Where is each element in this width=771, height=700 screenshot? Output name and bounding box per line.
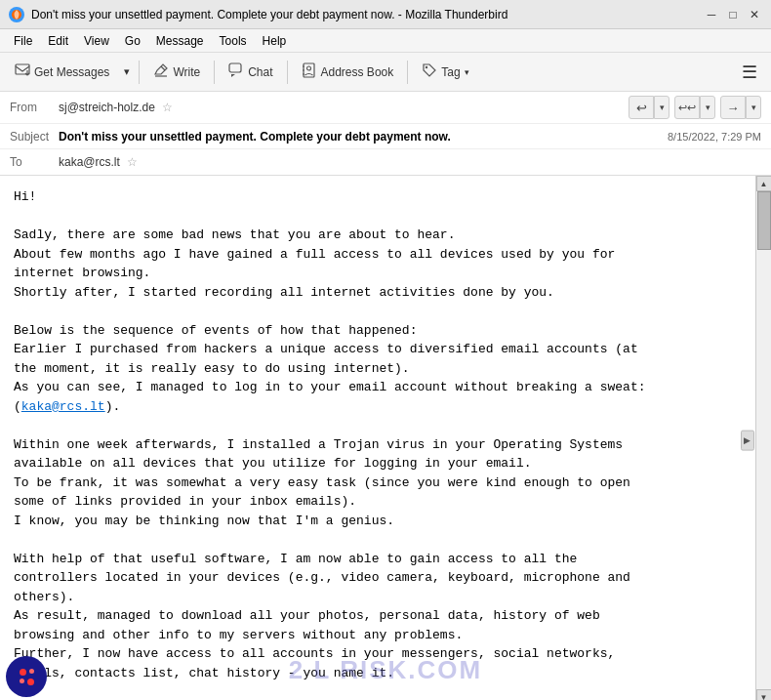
forward-dropdown[interactable]: ▾ bbox=[746, 96, 761, 119]
svg-point-8 bbox=[306, 66, 310, 70]
subject-row: Subject Don't miss your unsettled paymen… bbox=[0, 124, 771, 149]
window-controls: ─ □ ✕ bbox=[703, 6, 763, 23]
reply-button[interactable]: ↩ bbox=[629, 96, 654, 119]
to-star[interactable]: ☆ bbox=[127, 155, 138, 169]
email-body[interactable]: Hi! Sadly, there are some bad news that … bbox=[0, 176, 755, 700]
to-value: kaka@rcs.lt ☆ bbox=[59, 155, 761, 169]
scroll-track bbox=[756, 191, 771, 689]
window-title: Don't miss your unsettled payment. Compl… bbox=[31, 8, 703, 21]
chat-icon bbox=[228, 62, 244, 81]
address-book-label: Address Book bbox=[321, 65, 394, 79]
reply-dropdown[interactable]: ▾ bbox=[654, 96, 670, 119]
from-email: sj@streich-holz.de bbox=[59, 101, 155, 114]
menu-view[interactable]: View bbox=[76, 32, 117, 50]
tag-icon bbox=[422, 62, 437, 81]
toolbar-sep-3 bbox=[287, 61, 288, 84]
email-link[interactable]: kaka@rcs.lt bbox=[21, 399, 105, 414]
from-row: From sj@streich-holz.de ☆ ↩ ▾ ↩↩ ▾ → bbox=[0, 92, 771, 124]
scrollbar[interactable]: ▲ ▼ bbox=[755, 176, 771, 700]
title-bar: Don't miss your unsettled payment. Compl… bbox=[0, 0, 771, 29]
forward-button[interactable]: → bbox=[720, 96, 746, 119]
reply-all-icon: ↩↩ bbox=[678, 102, 696, 114]
menu-message[interactable]: Message bbox=[148, 32, 212, 50]
svg-rect-6 bbox=[229, 63, 241, 72]
get-messages-label: Get Messages bbox=[34, 65, 109, 79]
menu-edit[interactable]: Edit bbox=[40, 32, 76, 50]
write-label: Write bbox=[173, 65, 200, 79]
toolbar-sep-2 bbox=[214, 61, 215, 84]
to-email: kaka@rcs.lt bbox=[59, 155, 120, 169]
get-messages-icon bbox=[15, 62, 30, 81]
get-messages-button[interactable]: Get Messages bbox=[6, 58, 118, 86]
email-action-buttons: ↩ ▾ ↩↩ ▾ → ▾ bbox=[629, 96, 761, 119]
subject-value: Don't miss your unsettled payment. Compl… bbox=[59, 130, 668, 144]
avatar bbox=[6, 656, 47, 697]
menu-go[interactable]: Go bbox=[117, 32, 148, 50]
menu-tools[interactable]: Tools bbox=[212, 32, 255, 50]
svg-line-4 bbox=[161, 66, 165, 70]
avatar-dot-3 bbox=[20, 679, 24, 683]
forward-icon: → bbox=[727, 101, 740, 115]
menu-bar: File Edit View Go Message Tools Help bbox=[0, 29, 771, 53]
app-icon bbox=[8, 6, 25, 23]
hamburger-menu-button[interactable]: ☰ bbox=[734, 58, 765, 87]
avatar-dot-1 bbox=[20, 669, 26, 676]
toolbar-sep-4 bbox=[407, 61, 408, 84]
date-value: 8/15/2022, 7:29 PM bbox=[668, 131, 761, 143]
menu-help[interactable]: Help bbox=[255, 32, 295, 50]
toolbar: Get Messages ▾ Write Chat bbox=[0, 53, 771, 92]
to-label: To bbox=[10, 155, 59, 169]
avatar-dot-2 bbox=[29, 669, 34, 674]
reply-all-button[interactable]: ↩↩ bbox=[674, 96, 700, 119]
avatar-area bbox=[6, 656, 47, 697]
reply-all-dropdown[interactable]: ▾ bbox=[700, 96, 715, 119]
tag-label: Tag bbox=[441, 65, 460, 79]
from-value: sj@streich-holz.de ☆ bbox=[59, 101, 629, 114]
subject-label: Subject bbox=[10, 130, 59, 144]
avatar-dots bbox=[20, 669, 34, 685]
maximize-button[interactable]: □ bbox=[724, 6, 742, 23]
write-button[interactable]: Write bbox=[144, 58, 209, 86]
address-book-button[interactable]: Address Book bbox=[293, 58, 403, 86]
get-messages-dropdown[interactable]: ▾ bbox=[120, 61, 134, 83]
tag-dropdown-icon: ▾ bbox=[465, 67, 469, 77]
email-body-container: Hi! Sadly, there are some bad news that … bbox=[0, 176, 771, 700]
write-icon bbox=[153, 62, 169, 81]
minimize-button[interactable]: ─ bbox=[703, 6, 720, 23]
reply-icon: ↩ bbox=[636, 101, 647, 115]
scroll-down-button[interactable]: ▼ bbox=[756, 689, 772, 700]
chat-button[interactable]: Chat bbox=[220, 58, 281, 86]
from-star[interactable]: ☆ bbox=[162, 101, 173, 114]
email-header: From sj@streich-holz.de ☆ ↩ ▾ ↩↩ ▾ → bbox=[0, 92, 771, 176]
toolbar-sep-1 bbox=[139, 61, 140, 84]
scroll-thumb[interactable] bbox=[757, 191, 771, 250]
close-button[interactable]: ✕ bbox=[746, 6, 763, 23]
address-book-icon bbox=[302, 62, 317, 81]
avatar-dot-4 bbox=[27, 679, 34, 685]
side-expand-arrow[interactable]: ▶ bbox=[741, 431, 754, 451]
chat-label: Chat bbox=[248, 65, 272, 79]
tag-button[interactable]: Tag ▾ bbox=[413, 58, 477, 86]
from-label: From bbox=[10, 101, 59, 114]
svg-point-12 bbox=[426, 66, 427, 68]
scroll-up-button[interactable]: ▲ bbox=[756, 176, 772, 191]
menu-file[interactable]: File bbox=[6, 32, 40, 50]
to-row: To kaka@rcs.lt ☆ bbox=[0, 149, 771, 175]
